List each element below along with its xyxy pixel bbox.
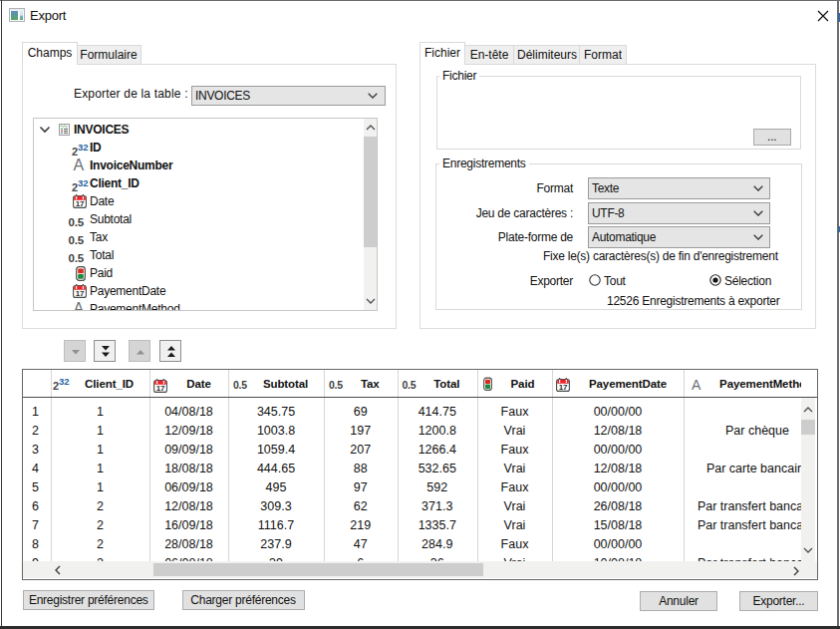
svg-text:17: 17 <box>156 384 165 393</box>
svg-text:17: 17 <box>559 383 568 392</box>
svg-text:17: 17 <box>76 289 85 298</box>
